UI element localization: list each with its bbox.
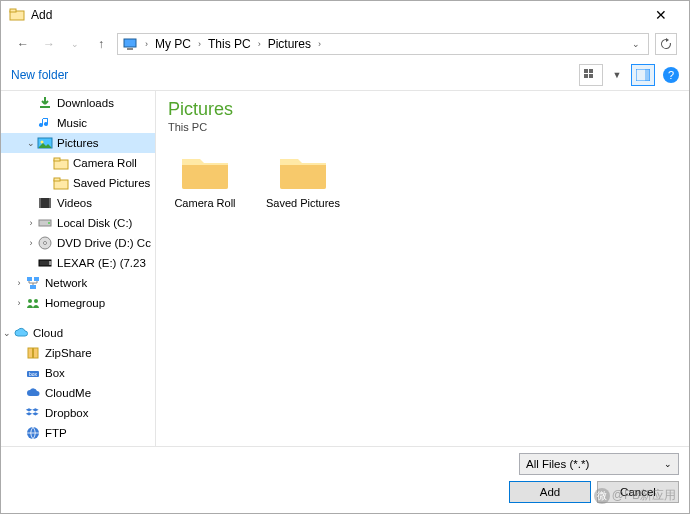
toolbar: New folder ▼ ? <box>1 59 689 91</box>
tree-local-disk[interactable]: › Local Disk (C:) <box>1 213 155 233</box>
chevron-right-icon[interactable]: › <box>255 39 264 49</box>
tree-camera-roll[interactable]: Camera Roll <box>1 153 155 173</box>
tree-dvd[interactable]: › DVD Drive (D:) Cc <box>1 233 155 253</box>
video-icon <box>37 195 53 211</box>
svg-point-29 <box>28 299 32 303</box>
folder-item[interactable]: Camera Roll <box>168 151 242 209</box>
svg-rect-7 <box>589 74 593 78</box>
svg-rect-1 <box>10 9 16 12</box>
tree-homegroup[interactable]: › Homegroup <box>1 293 155 313</box>
item-grid: Camera Roll Saved Pictures <box>168 151 677 209</box>
filter-label: All Files (*.*) <box>526 458 589 470</box>
folder-icon <box>278 151 328 191</box>
tree-label: LEXAR (E:) (7.23 <box>57 257 146 269</box>
footer: All Files (*.*) ⌄ Add Cancel <box>1 446 689 513</box>
up-button[interactable]: ↑ <box>91 34 111 54</box>
svg-rect-28 <box>30 285 36 289</box>
svg-rect-9 <box>645 69 650 81</box>
app-icon <box>9 7 25 23</box>
tree-dropbox[interactable]: Dropbox <box>1 403 155 423</box>
svg-rect-16 <box>54 178 60 181</box>
tree-videos[interactable]: Videos <box>1 193 155 213</box>
svg-rect-18 <box>39 198 41 208</box>
view-options-button[interactable] <box>579 64 603 86</box>
svg-rect-2 <box>124 39 136 47</box>
collapse-icon[interactable]: ⌄ <box>1 328 13 338</box>
view-dropdown[interactable]: ▼ <box>605 64 629 86</box>
tree-saved-pictures[interactable]: Saved Pictures <box>1 173 155 193</box>
tree-cloudme[interactable]: CloudMe <box>1 383 155 403</box>
folder-item[interactable]: Saved Pictures <box>266 151 340 209</box>
svg-rect-32 <box>32 348 34 358</box>
address-bar[interactable]: › My PC › This PC › Pictures › ⌄ <box>117 33 649 55</box>
back-button[interactable]: ← <box>13 34 33 54</box>
chevron-right-icon[interactable]: › <box>195 39 204 49</box>
pc-icon <box>122 36 138 52</box>
cancel-button[interactable]: Cancel <box>597 481 679 503</box>
tree-cloud[interactable]: ⌄ Cloud <box>1 323 155 343</box>
chevron-right-icon[interactable]: › <box>142 39 151 49</box>
crumb-thispc[interactable]: This PC <box>206 37 253 51</box>
refresh-button[interactable] <box>655 33 677 55</box>
svg-point-23 <box>44 242 47 245</box>
tree-ftp[interactable]: FTP <box>1 423 155 443</box>
tree-label: Videos <box>57 197 92 209</box>
content-subheading: This PC <box>168 121 677 133</box>
pictures-icon <box>37 135 53 151</box>
help-button[interactable]: ? <box>663 67 679 83</box>
tree-music[interactable]: Music <box>1 113 155 133</box>
recent-dropdown[interactable]: ⌄ <box>65 34 85 54</box>
forward-button[interactable]: → <box>39 34 59 54</box>
tree-label: Homegroup <box>45 297 105 309</box>
svg-point-30 <box>34 299 38 303</box>
window-title: Add <box>31 8 641 22</box>
cloud-icon <box>13 325 29 341</box>
tree-box[interactable]: box Box <box>1 363 155 383</box>
address-dropdown[interactable]: ⌄ <box>628 39 644 49</box>
tree-zipshare[interactable]: ZipShare <box>1 343 155 363</box>
content-heading: Pictures <box>168 99 677 120</box>
crumb-mypc[interactable]: My PC <box>153 37 193 51</box>
nav-tree[interactable]: Downloads Music ⌄ Pictures Camera Roll S… <box>1 91 156 446</box>
tree-downloads[interactable]: Downloads <box>1 93 155 113</box>
chevron-right-icon[interactable]: › <box>315 39 324 49</box>
chevron-down-icon: ⌄ <box>664 459 672 469</box>
svg-rect-27 <box>34 277 39 281</box>
music-icon <box>37 115 53 131</box>
crumb-pictures[interactable]: Pictures <box>266 37 313 51</box>
tree-label: Dropbox <box>45 407 88 419</box>
tree-label: Network <box>45 277 87 289</box>
tree-lexar[interactable]: LEXAR (E:) (7.23 <box>1 253 155 273</box>
dropbox-icon <box>25 405 41 421</box>
close-button[interactable]: ✕ <box>641 1 681 29</box>
preview-pane-button[interactable] <box>631 64 655 86</box>
folder-icon <box>53 155 69 171</box>
collapse-icon[interactable]: ⌄ <box>25 138 37 148</box>
svg-rect-4 <box>584 69 588 73</box>
usb-icon <box>37 255 53 271</box>
tree-network[interactable]: › Network <box>1 273 155 293</box>
tree-label: Box <box>45 367 65 379</box>
network-icon <box>25 275 41 291</box>
new-folder-button[interactable]: New folder <box>11 68 68 82</box>
disk-icon <box>37 215 53 231</box>
add-button[interactable]: Add <box>509 481 591 503</box>
tree-label: Downloads <box>57 97 114 109</box>
file-type-filter[interactable]: All Files (*.*) ⌄ <box>519 453 679 475</box>
tree-label: Local Disk (C:) <box>57 217 132 229</box>
content-pane[interactable]: Pictures This PC Camera Roll Saved Pictu… <box>156 91 689 446</box>
expand-icon[interactable]: › <box>25 218 37 228</box>
body: Downloads Music ⌄ Pictures Camera Roll S… <box>1 91 689 446</box>
ftp-icon <box>25 425 41 441</box>
titlebar: Add ✕ <box>1 1 689 29</box>
tree-pictures[interactable]: ⌄ Pictures <box>1 133 155 153</box>
tree-label: CloudMe <box>45 387 91 399</box>
expand-icon[interactable]: › <box>25 238 37 248</box>
expand-icon[interactable]: › <box>13 298 25 308</box>
expand-icon[interactable]: › <box>13 278 25 288</box>
folder-icon <box>180 151 230 191</box>
tree-label: Music <box>57 117 87 129</box>
svg-rect-3 <box>127 48 133 50</box>
svg-rect-26 <box>27 277 32 281</box>
navbar: ← → ⌄ ↑ › My PC › This PC › Pictures › ⌄ <box>1 29 689 59</box>
